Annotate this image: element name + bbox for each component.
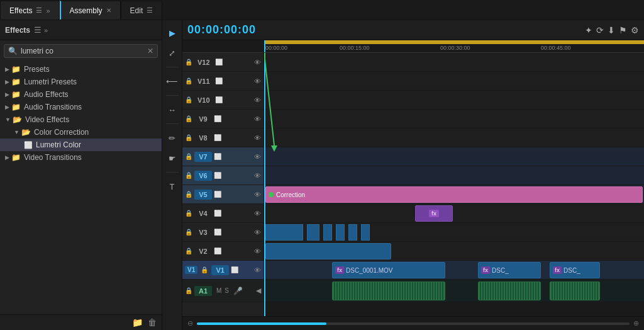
effects-item-color-correction[interactable]: ▼ 📂 Color Correction	[0, 126, 162, 139]
clip-v3-d[interactable]	[336, 224, 345, 241]
search-icon: 🔍	[8, 47, 18, 55]
effects-item-video-effects[interactable]: ▼ 📂 Video Effects	[0, 113, 162, 126]
tab-edit[interactable]: Edit ☰	[121, 1, 163, 20]
lock-icon-V9[interactable]: 🔒	[185, 115, 192, 122]
ruler-mark-30: 00:00:30:00	[440, 45, 470, 51]
effects-item-lumetri-color-label: Lumetri Color	[36, 140, 81, 149]
effects-item-color-correction-label: Color Correction	[34, 128, 89, 137]
clip-audio-3[interactable]	[550, 282, 600, 300]
track-mic-A1[interactable]: 🎤	[233, 287, 243, 295]
clip-audio-1[interactable]	[332, 282, 445, 300]
track-solo-A1[interactable]: S	[225, 287, 229, 294]
effects-item-audio-effects[interactable]: ▶ 📁 Audio Effects	[0, 88, 162, 101]
tl-tool-add-markers[interactable]: ⬇	[608, 25, 615, 35]
track-mute-A1[interactable]: M	[216, 287, 221, 294]
tab-assembly-close[interactable]: ✕	[106, 7, 111, 14]
effects-list: ▶ 📁 Presets ▶ 📁 Lumetri Presets ▶ 📁 Audi…	[0, 62, 162, 314]
effects-search-bar[interactable]: 🔍 lumetri co ✕	[4, 44, 158, 58]
lock-icon-V8[interactable]: 🔒	[185, 134, 192, 141]
track-header-V10: 🔒 V10 ⬜ 👁	[182, 91, 264, 110]
track-eye-V7[interactable]: 👁	[254, 153, 261, 161]
track-eye-V6[interactable]: 👁	[254, 172, 261, 179]
folder-icon-lumetri-presets: 📁	[11, 77, 21, 86]
yellow-top-bar	[264, 40, 644, 44]
time-ruler: 00:00:00 00:00:15:00 00:00:30:00 00:00:4…	[264, 40, 644, 53]
tl-tool-flag[interactable]: ⚑	[619, 25, 627, 35]
lock-icon-V7[interactable]: 🔒	[185, 153, 192, 160]
track-eye-V12[interactable]: 👁	[254, 59, 261, 66]
lock-icon-V12[interactable]: 🔒	[185, 59, 192, 65]
clip-dsc-2[interactable]: fx DSC_	[478, 262, 541, 278]
tab-assembly[interactable]: Assembly ✕	[60, 1, 121, 20]
lock-icon-V11[interactable]: 🔒	[185, 77, 192, 84]
tl-tool-snap[interactable]: ⟳	[596, 25, 604, 35]
track-eye-V10[interactable]: 👁	[254, 96, 261, 104]
clip-v4-fx[interactable]: fx	[415, 205, 453, 222]
timeline-body: 🔒 V12 ⬜ 👁 🔒 V11 ⬜ 👁 🔒 V10 ⬜ 👁	[182, 40, 644, 316]
track-label-V9: V9	[194, 114, 212, 124]
effects-panel-overflow[interactable]: »	[44, 26, 48, 34]
clip-v2-main[interactable]	[265, 243, 391, 259]
search-input-value[interactable]: lumetri co	[21, 47, 147, 55]
effects-item-audio-transitions[interactable]: ▶ 📁 Audio Transitions	[0, 101, 162, 113]
track-eye-V8[interactable]: 👁	[254, 134, 261, 142]
lock-icon-A1[interactable]: 🔒	[185, 287, 192, 294]
timeline-header: 00:00:00:00 ✦ ⟳ ⬇ ⚑ ⚙	[182, 20, 644, 40]
track-eye-V11[interactable]: 👁	[254, 77, 261, 85]
clip-v3-c[interactable]	[323, 224, 332, 241]
track-header-V3: 🔒 V3 ⬜ 👁	[182, 223, 264, 242]
track-eye-V9[interactable]: 👁	[254, 115, 261, 123]
clip-dsc-0001[interactable]: fx DSC_0001.MOV	[332, 262, 445, 278]
tab-overflow[interactable]: »	[46, 7, 50, 14]
new-folder-icon[interactable]: 📁	[132, 317, 143, 327]
text-tool-btn[interactable]: T	[165, 179, 180, 194]
track-label-V11: V11	[194, 76, 213, 86]
clip-dsc-3[interactable]: fx DSC_	[550, 262, 600, 278]
tab-effects-menu[interactable]: ☰	[36, 6, 42, 14]
clip-audio-2[interactable]	[478, 282, 541, 300]
lock-icon-V5[interactable]: 🔒	[185, 191, 192, 198]
tl-tool-settings[interactable]: ⚙	[631, 25, 639, 35]
clip-v3-f[interactable]	[361, 224, 370, 241]
track-eye-V3[interactable]: 👁	[254, 229, 261, 236]
slip-tool-btn[interactable]: ☛	[165, 151, 180, 166]
lock-icon-V4[interactable]: 🔒	[185, 210, 192, 217]
track-content-V12	[264, 53, 644, 72]
track-eye-V2[interactable]: 👁	[254, 248, 261, 255]
track-label-V5: V5	[194, 190, 212, 200]
clip-v3-e[interactable]	[348, 224, 357, 241]
effects-item-video-effects-label: Video Effects	[25, 115, 69, 124]
track-eye-V5[interactable]: 👁	[254, 191, 261, 198]
clip-v3-a[interactable]	[265, 224, 303, 241]
ripple-edit-btn[interactable]: ↔	[165, 102, 180, 117]
chevron-right-icon: ▶	[5, 66, 9, 72]
track-eye-V1[interactable]: 👁	[254, 266, 261, 274]
track-select-btn[interactable]: ⟵	[165, 74, 180, 89]
lock-icon-V10[interactable]: 🔒	[185, 96, 192, 103]
bottom-zoom-out[interactable]: ⊖	[187, 319, 193, 327]
tab-effects[interactable]: Effects ☰ »	[0, 1, 60, 20]
effects-panel-menu-icon[interactable]: ☰	[34, 25, 42, 35]
toolbar-separator-1	[166, 67, 179, 67]
effects-item-lumetri-color[interactable]: ⬜ Lumetri Color	[0, 139, 162, 151]
search-clear-icon[interactable]: ✕	[147, 47, 153, 55]
track-eye-V4[interactable]: 👁	[254, 210, 261, 217]
lock-icon-V2[interactable]: 🔒	[185, 248, 192, 254]
selection-tool-btn[interactable]: ▶	[165, 25, 180, 40]
zoom-slider[interactable]	[197, 322, 630, 325]
razor-tool-btn[interactable]: ✏	[165, 130, 180, 145]
effects-item-lumetri-presets[interactable]: ▶ 📁 Lumetri Presets	[0, 76, 162, 88]
clip-v3-b[interactable]	[307, 224, 319, 241]
track-eye-A1[interactable]: ◀	[256, 287, 261, 295]
tab-edit-menu[interactable]: ☰	[147, 6, 153, 14]
lock-icon-V1[interactable]: 🔒	[201, 266, 208, 273]
tl-tool-fit[interactable]: ✦	[585, 25, 592, 35]
clip-correction[interactable]: Correction	[265, 186, 643, 203]
ripple-tool-btn[interactable]: ⤢	[165, 45, 180, 60]
bottom-zoom-in[interactable]: ⊕	[633, 319, 639, 327]
effects-item-presets[interactable]: ▶ 📁 Presets	[0, 63, 162, 76]
lock-icon-V6[interactable]: 🔒	[185, 172, 192, 179]
delete-icon[interactable]: 🗑	[148, 317, 157, 327]
effects-item-video-transitions[interactable]: ▶ 📁 Video Transitions	[0, 151, 162, 164]
lock-icon-V3[interactable]: 🔒	[185, 229, 192, 236]
